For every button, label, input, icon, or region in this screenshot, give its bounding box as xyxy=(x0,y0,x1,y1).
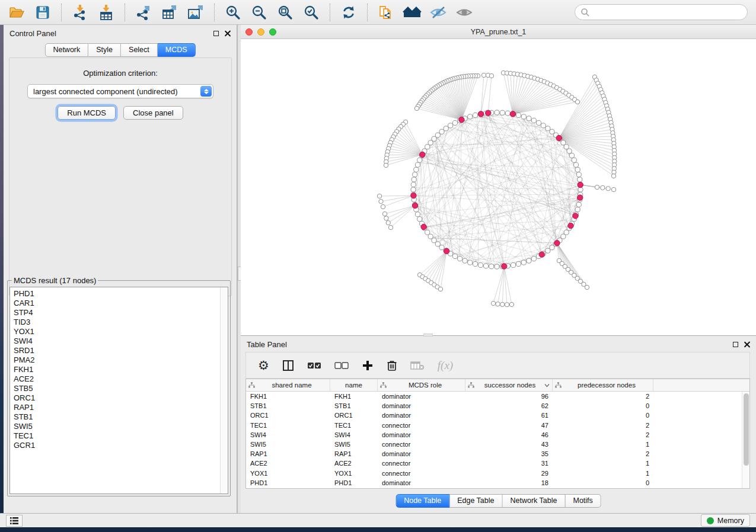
split-view-button[interactable] xyxy=(282,360,294,371)
tab-select[interactable]: Select xyxy=(121,43,158,57)
copy-share-button[interactable] xyxy=(373,2,399,23)
export-table-button[interactable] xyxy=(157,2,183,23)
mcds-options-box: Optimization criterion: largest connecte… xyxy=(9,57,232,296)
open-file-button[interactable] xyxy=(4,2,30,23)
mcds-result-item[interactable]: STB1 xyxy=(14,412,228,422)
tab-network[interactable]: Network xyxy=(44,43,88,57)
tab-network-table[interactable]: Network Table xyxy=(503,494,566,508)
mcds-result-item[interactable]: PMA2 xyxy=(14,355,228,365)
run-mcds-button[interactable]: Run MCDS xyxy=(58,106,116,120)
mcds-result-item[interactable]: GCR1 xyxy=(14,441,228,450)
table-cell: SWI4 xyxy=(330,431,378,438)
zoom-fit-button[interactable] xyxy=(272,2,298,23)
mcds-result-item[interactable]: PHD1 xyxy=(14,289,228,299)
column-header-name[interactable]: name xyxy=(330,379,378,391)
import-network-button[interactable] xyxy=(67,2,93,23)
delete-column-button[interactable] xyxy=(387,360,397,371)
table-scrollbar[interactable] xyxy=(742,392,749,488)
tab-motifs[interactable]: Motifs xyxy=(565,494,601,508)
table-row[interactable]: SWI4SWI4dominator462 xyxy=(246,430,742,440)
apply-function-button[interactable]: f(x) xyxy=(438,359,453,372)
mcds-result-item[interactable]: ACE2 xyxy=(14,374,228,384)
table-row[interactable]: ACE2ACE2connector311 xyxy=(246,459,742,468)
delete-table-button[interactable] xyxy=(410,361,425,370)
table-cell: 43 xyxy=(465,441,553,448)
mcds-result-item[interactable]: SWI4 xyxy=(14,336,228,346)
table-row[interactable]: STB1STB1dominator620 xyxy=(246,401,742,411)
tab-style[interactable]: Style xyxy=(88,43,121,57)
node-table[interactable]: shared namenameMCDS rolesuccessor nodesp… xyxy=(245,379,750,489)
save-session-button[interactable] xyxy=(30,2,56,23)
table-cell: 0 xyxy=(553,479,653,486)
task-history-button[interactable] xyxy=(6,515,23,527)
column-header-successor-nodes[interactable]: successor nodes xyxy=(465,379,553,391)
mcds-result-item[interactable]: TEC1 xyxy=(14,431,228,441)
column-header-shared-name[interactable]: shared name xyxy=(246,379,330,391)
table-cell: YOX1 xyxy=(330,470,378,477)
mcds-result-item[interactable]: SWI5 xyxy=(14,422,228,431)
close-panel-icon[interactable] xyxy=(224,30,231,37)
table-row[interactable]: ORC1ORC1dominator610 xyxy=(246,411,742,420)
copy-share-icon xyxy=(378,4,394,21)
mcds-result-list[interactable]: PHD1CAR1STP4TID3YOX1SWI4SRD1PMA2FKH1ACE2… xyxy=(9,287,228,494)
deselect-all-button[interactable] xyxy=(334,361,349,370)
select-all-button[interactable] xyxy=(307,361,321,370)
table-row[interactable]: PHD1PHD1dominator180 xyxy=(246,478,742,488)
optimization-criterion-select[interactable]: largest connected component (undirected) xyxy=(27,84,213,98)
search-box[interactable] xyxy=(575,4,748,20)
table-row[interactable]: FKH1FKH1dominator962 xyxy=(246,392,742,401)
double-home-icon xyxy=(403,5,422,20)
table-row[interactable]: SWI5SWI5connector431 xyxy=(246,440,742,449)
mcds-result-item[interactable]: FKH1 xyxy=(14,365,228,374)
add-column-button[interactable] xyxy=(362,360,374,371)
table-toolbar: ⚙ xyxy=(245,352,750,379)
network-graph[interactable] xyxy=(241,39,755,335)
export-network-button[interactable] xyxy=(130,2,157,23)
float-panel-icon[interactable] xyxy=(213,31,219,36)
first-neighbors-button[interactable] xyxy=(399,2,425,23)
memory-button[interactable]: Memory xyxy=(701,514,750,527)
table-cell: TEC1 xyxy=(246,422,330,429)
network-canvas[interactable] xyxy=(241,39,756,335)
table-cell: STB1 xyxy=(330,402,378,409)
mcds-result-item[interactable]: SRD1 xyxy=(14,346,228,355)
close-table-panel-icon[interactable] xyxy=(744,341,750,348)
table-cell: SWI5 xyxy=(246,441,330,448)
tab-mcds[interactable]: MCDS xyxy=(158,43,196,57)
zoom-out-button[interactable] xyxy=(246,2,272,23)
control-panel-tabs: NetworkStyleSelectMCDS xyxy=(44,43,195,57)
zoom-selected-button[interactable] xyxy=(298,2,324,23)
table-cell: ACE2 xyxy=(330,460,378,467)
show-all-button[interactable] xyxy=(451,2,477,23)
result-list-scrollbar[interactable] xyxy=(220,287,228,493)
table-scrollbar-thumb[interactable] xyxy=(744,393,749,466)
mcds-result-item[interactable]: RAP1 xyxy=(14,403,228,412)
table-cell: dominator xyxy=(378,412,465,419)
mcds-result-item[interactable]: TID3 xyxy=(14,318,228,327)
hide-selected-button[interactable] xyxy=(425,2,451,23)
refresh-view-button[interactable] xyxy=(336,2,362,23)
table-splitter-grip[interactable] xyxy=(423,334,433,336)
table-settings-button[interactable]: ⚙ xyxy=(258,359,269,371)
column-label: successor nodes xyxy=(476,382,544,389)
tab-node-table[interactable]: Node Table xyxy=(395,494,449,508)
column-header-MCDS-role[interactable]: MCDS role xyxy=(378,379,465,391)
float-table-panel-icon[interactable] xyxy=(733,342,738,347)
zoom-in-button[interactable] xyxy=(220,2,246,23)
search-input[interactable] xyxy=(590,8,747,17)
mcds-result-item[interactable]: STP4 xyxy=(14,308,228,318)
table-row[interactable]: YOX1YOX1connector291 xyxy=(246,469,742,478)
tab-edge-table[interactable]: Edge Table xyxy=(449,494,502,508)
mcds-result-item[interactable]: ORC1 xyxy=(14,393,228,403)
table-cell: SWI5 xyxy=(330,441,378,448)
close-panel-button[interactable]: Close panel xyxy=(123,106,183,120)
import-table-button[interactable] xyxy=(93,2,119,23)
mcds-result-item[interactable]: YOX1 xyxy=(14,327,228,336)
column-header-predecessor-nodes[interactable]: predecessor nodes xyxy=(553,379,653,391)
export-image-button[interactable] xyxy=(183,2,209,23)
column-label: shared name xyxy=(256,382,327,389)
table-row[interactable]: RAP1RAP1dominator352 xyxy=(246,449,742,459)
table-row[interactable]: TEC1TEC1connector472 xyxy=(246,421,742,430)
mcds-result-item[interactable]: CAR1 xyxy=(14,299,228,308)
mcds-result-item[interactable]: STB5 xyxy=(14,384,228,393)
